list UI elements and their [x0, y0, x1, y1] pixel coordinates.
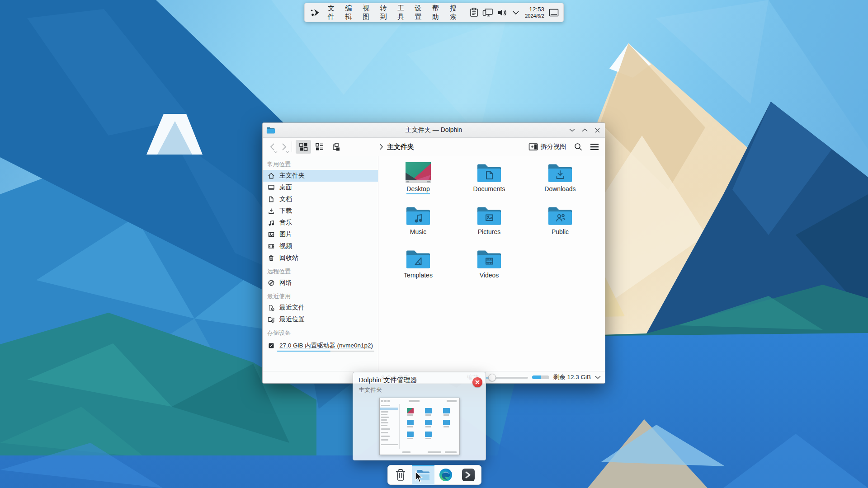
folder-label: Documents: [473, 185, 505, 193]
recent-files-icon: [267, 304, 275, 312]
forward-button[interactable]: [278, 141, 290, 153]
sidebar-item-label: 音乐: [279, 219, 292, 227]
places-panel: 常用位置 主文件夹 桌面: [263, 156, 378, 371]
dock-item-terminal[interactable]: [457, 465, 480, 485]
breadcrumb[interactable]: 主文件夹: [379, 138, 414, 156]
global-menu-panel: 文件 编辑 视图 转到 工具 设置 帮助 搜索: [304, 3, 564, 22]
menu-view[interactable]: 视图: [359, 2, 375, 23]
folder-label: Public: [552, 228, 569, 236]
clock-date: 2024/6/2: [525, 13, 544, 19]
back-button[interactable]: [266, 141, 278, 153]
drive-capacity-bar: [277, 351, 374, 352]
dock-item-edge[interactable]: [434, 465, 457, 485]
display-device-icon[interactable]: [482, 7, 493, 18]
drive-icon: [267, 342, 275, 350]
clipboard-icon[interactable]: [468, 7, 479, 18]
details-view-button[interactable]: [312, 140, 327, 154]
tree-view-button[interactable]: [328, 140, 344, 154]
pictures-icon: [267, 231, 275, 239]
icons-view-button[interactable]: [296, 140, 311, 154]
trash-icon: [394, 468, 407, 482]
dock-item-trash[interactable]: [389, 465, 412, 485]
sidebar-item-label: 27.0 GiB 内置驱动器 (nvme0n1p2): [279, 342, 373, 350]
dock: [387, 465, 481, 485]
popup-close-button[interactable]: [472, 377, 482, 387]
sidebar-item-music[interactable]: 音乐: [263, 217, 378, 229]
system-tray: [468, 7, 521, 18]
maximize-button[interactable]: [580, 126, 589, 134]
window-title: 主文件夹 — Dolphin: [263, 126, 605, 134]
music-icon: [267, 219, 275, 227]
popup-subtitle: 主文件夹: [359, 386, 382, 394]
sidebar-item-home[interactable]: 主文件夹: [263, 170, 378, 182]
split-view-label: 拆分视图: [541, 143, 566, 151]
show-desktop-icon[interactable]: [549, 7, 559, 19]
sidebar-item-videos[interactable]: 视频: [263, 240, 378, 252]
sidebar-item-desktop[interactable]: 桌面: [263, 182, 378, 193]
minimize-button[interactable]: [568, 126, 576, 134]
folder-icon: [476, 249, 502, 269]
menu-go[interactable]: 转到: [377, 2, 393, 23]
preview-sidebar: [380, 404, 400, 449]
sidebar-item-trash[interactable]: 回收站: [263, 252, 378, 264]
clock[interactable]: 12:53 2024/6/2: [525, 6, 544, 19]
zoom-slider-handle[interactable]: [488, 374, 496, 381]
sidebar-item-network[interactable]: 网络: [263, 277, 378, 289]
folder-view[interactable]: Desktop Documents: [378, 156, 605, 371]
folder-label: Templates: [404, 272, 433, 279]
titlebar[interactable]: 主文件夹 — Dolphin: [263, 123, 605, 138]
popup-title: Dolphin 文件管理器: [359, 376, 417, 385]
folder-item-downloads[interactable]: Downloads: [531, 162, 589, 193]
menu-file[interactable]: 文件: [325, 2, 340, 23]
trash-icon: [267, 254, 275, 262]
sidebar-item-recent-files[interactable]: 最近文件: [263, 302, 378, 314]
folder-item-pictures[interactable]: Pictures: [460, 205, 518, 236]
recent-locations-icon: [267, 316, 275, 324]
folder-item-videos[interactable]: Videos: [460, 249, 518, 279]
statusbar-chevron-down-icon[interactable]: [595, 375, 601, 379]
sidebar-item-label: 图片: [279, 230, 292, 239]
split-view-button[interactable]: 拆分视图: [526, 141, 569, 153]
sidebar-item-label: 最近文件: [279, 304, 305, 312]
desktop-icon: [267, 184, 275, 192]
close-button[interactable]: [593, 126, 601, 134]
menubar: 文件 编辑 视图 转到 工具 设置 帮助 搜索: [325, 2, 462, 23]
folder-item-desktop[interactable]: Desktop: [389, 162, 447, 194]
toolbar-separator: [292, 141, 292, 152]
sidebar-item-label: 文档: [279, 195, 292, 203]
menu-help[interactable]: 帮助: [429, 2, 445, 23]
breadcrumb-location[interactable]: 主文件夹: [387, 143, 414, 151]
sidebar-item-pictures[interactable]: 图片: [263, 229, 378, 240]
sidebar-item-label: 回收站: [279, 254, 298, 262]
sidebar-item-drive[interactable]: 27.0 GiB 内置驱动器 (nvme0n1p2): [263, 338, 378, 353]
sidebar-item-documents[interactable]: 文档: [263, 193, 378, 205]
task-preview-popup[interactable]: Dolphin 文件管理器 主文件夹: [353, 372, 486, 460]
sidebar-item-downloads[interactable]: 下载: [263, 205, 378, 217]
sidebar-item-label: 视频: [279, 242, 292, 250]
sidebar-item-recent-locations[interactable]: 最近位置: [263, 314, 378, 325]
folder-icon: [406, 249, 431, 269]
folder-icon: [476, 162, 502, 183]
hamburger-menu-icon[interactable]: [588, 140, 601, 154]
chevron-down-icon[interactable]: [510, 7, 521, 18]
sidebar-item-label: 主文件夹: [279, 172, 305, 180]
menu-edit[interactable]: 编辑: [342, 2, 358, 23]
folder-item-documents[interactable]: Documents: [460, 162, 518, 193]
free-space-capacity-bar: [532, 375, 549, 379]
folder-item-public[interactable]: Public: [531, 205, 589, 236]
mouse-cursor: [415, 471, 425, 483]
documents-icon: [267, 196, 275, 203]
window-preview-thumbnail[interactable]: [379, 398, 460, 455]
folder-item-music[interactable]: Music: [389, 205, 447, 236]
folder-icon: [547, 162, 573, 183]
menu-settings[interactable]: 设置: [412, 2, 428, 23]
volume-icon[interactable]: [496, 7, 507, 18]
toolbar: 主文件夹 拆分视图: [263, 138, 605, 156]
menu-tools[interactable]: 工具: [394, 2, 410, 23]
search-icon[interactable]: [571, 140, 585, 154]
app-launcher-logo-icon[interactable]: [309, 6, 320, 19]
folder-item-templates[interactable]: Templates: [389, 249, 447, 279]
zoom-slider[interactable]: [485, 373, 528, 381]
menu-search[interactable]: 搜索: [447, 2, 462, 23]
sidebar-item-label: 最近位置: [279, 315, 305, 324]
